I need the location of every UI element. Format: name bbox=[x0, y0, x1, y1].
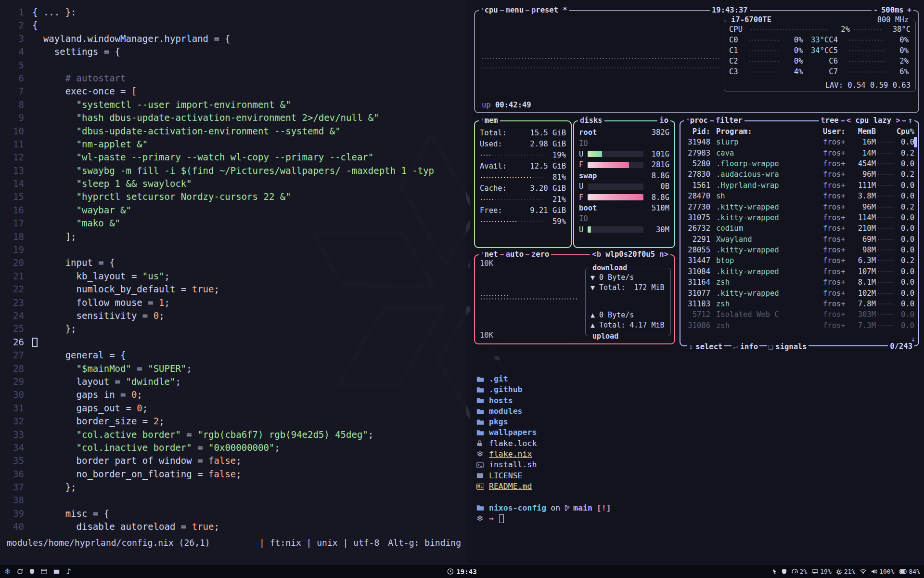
signals-button[interactable]: □signals bbox=[767, 342, 808, 351]
scrollbar[interactable] bbox=[914, 137, 917, 147]
interval-minus-button[interactable]: - bbox=[873, 6, 878, 15]
mem-meter bbox=[480, 198, 544, 201]
line-number: 2 bbox=[0, 19, 24, 32]
process-row[interactable]: 28055.kitty-wrappedfros+98M0.0 bbox=[685, 245, 914, 255]
cpu-core-row: C20% bbox=[729, 56, 829, 66]
process-row[interactable]: 5712Isolated Web Cfros+303M0.0 bbox=[685, 309, 914, 320]
preset-button[interactable]: preset * bbox=[529, 6, 569, 15]
prompt-directory: nixos-config bbox=[489, 503, 546, 513]
taskbar-clock[interactable]: 19:43 bbox=[447, 568, 476, 576]
proc-column-headers[interactable]: Pid: Program: User: MemB Cpu% bbox=[685, 126, 914, 137]
btop-net-box: ³net auto zero <b wlp0s20f0u5 n> 10K 10K… bbox=[474, 254, 675, 344]
card-icon[interactable] bbox=[53, 569, 60, 574]
file-name: wallpapers bbox=[489, 427, 537, 438]
terminal-cursor bbox=[499, 514, 504, 523]
volume-indicator[interactable]: 100% bbox=[871, 568, 894, 575]
cpu-box-title[interactable]: ¹cpu bbox=[479, 6, 500, 15]
process-row[interactable]: 31084.kitty-wrappedfros+107M0.0 bbox=[685, 266, 914, 277]
disk-usage-bar bbox=[588, 151, 643, 157]
core-meter bbox=[748, 71, 781, 73]
code-text: settings = { bbox=[32, 45, 120, 58]
code-text: gaps_out = 0; bbox=[32, 402, 148, 415]
nixos-icon[interactable]: ❄ bbox=[4, 567, 11, 576]
mem-stat-row: Total:15.5 GiB bbox=[480, 127, 566, 138]
selection-counter: 0/243 bbox=[888, 342, 914, 351]
menu-button[interactable]: menu bbox=[504, 6, 526, 15]
gauge-indicator[interactable]: 2% bbox=[792, 568, 808, 575]
line-number: 10 bbox=[0, 125, 24, 138]
disk-name-row: swap8.8G bbox=[579, 171, 669, 181]
line-number: 14 bbox=[0, 177, 24, 190]
process-row[interactable]: 31447btopfros+6.3M0.2 bbox=[685, 255, 914, 266]
battery-indicator[interactable]: 84% bbox=[899, 568, 920, 575]
line-number: 7 bbox=[0, 85, 24, 98]
shield-icon bbox=[782, 568, 787, 575]
file-name: .github bbox=[489, 384, 523, 395]
process-row[interactable]: 2291Xwaylandfros+69M0.0 bbox=[685, 234, 914, 245]
nix-icon: ❄ bbox=[476, 513, 489, 524]
process-row[interactable]: 27830.audacious-wrafros+96M0.2 bbox=[685, 169, 914, 180]
disk-usage-bar bbox=[588, 162, 643, 168]
editor-window[interactable]: 1{ ... }:2{3 wayland.windowManager.hyprl… bbox=[0, 0, 466, 565]
code-text: "$mainMod" = "SUPER"; bbox=[32, 362, 192, 375]
music-icon[interactable]: ♪ bbox=[66, 567, 71, 576]
refresh-icon[interactable] bbox=[17, 568, 23, 575]
line-number: 4 bbox=[0, 45, 24, 58]
process-row[interactable]: 31077.kitty-wrappedfros+102M0.0 bbox=[685, 288, 914, 298]
memory-indicator[interactable]: 19% bbox=[812, 568, 831, 575]
info-button[interactable]: ↵info bbox=[732, 342, 759, 351]
process-row[interactable]: 28470shfros+3.8M0.0 bbox=[685, 191, 914, 201]
interval-plus-button[interactable]: + bbox=[907, 6, 911, 15]
list-item: wallpapers bbox=[476, 427, 924, 438]
process-row[interactable]: 1561.Hyprland-wrapfros+111M0.0 bbox=[685, 180, 914, 191]
cursor-icon bbox=[772, 568, 777, 575]
window-icon[interactable] bbox=[41, 569, 47, 574]
shell-prompt-input[interactable]: ❄ → bbox=[476, 513, 924, 524]
line-number: 13 bbox=[0, 164, 24, 177]
cpu-core-row: C00%33°C bbox=[729, 35, 829, 45]
line-number: 22 bbox=[0, 283, 24, 296]
process-row[interactable]: 31086zshfros+7.3M0.0 bbox=[685, 320, 914, 331]
zero-button[interactable]: zero bbox=[529, 250, 551, 259]
line-number: 11 bbox=[0, 138, 24, 151]
cpu-frequency: 800 MHz bbox=[875, 15, 911, 25]
process-row[interactable]: 26732codiumfros+210M0.0 bbox=[685, 223, 914, 234]
process-row[interactable]: 31948slurpfros+16M0.0 bbox=[685, 137, 914, 147]
cursor-indicator[interactable] bbox=[772, 568, 777, 575]
process-row[interactable]: 31164zshfros+8.1M0.0 bbox=[685, 277, 914, 288]
wifi-indicator[interactable] bbox=[860, 569, 866, 574]
list-item: pkgs bbox=[476, 417, 924, 427]
process-row[interactable]: 27903cavafros+14M0.2 bbox=[685, 147, 914, 158]
network-interface-selector[interactable]: <b wlp0s20f0u5 n> bbox=[590, 250, 670, 259]
process-row[interactable]: 27730.kitty-wrappedfros+96M0.2 bbox=[685, 201, 914, 212]
line-number: 17 bbox=[0, 217, 24, 230]
terminal-window[interactable]: .git.githubhostsmodulespkgswallpapersfla… bbox=[470, 360, 924, 565]
editor-line: 26 bbox=[0, 336, 466, 349]
code-text: wayland.windowManager.hyprland = { bbox=[32, 32, 231, 45]
process-row[interactable]: 5280.floorp-wrappefros+454M0.0 bbox=[685, 158, 914, 169]
process-row[interactable]: 31075.kitty-wrappedfros+114M0.0 bbox=[685, 212, 914, 223]
shield-icon[interactable] bbox=[29, 568, 35, 575]
iface-prev-button[interactable]: <b bbox=[592, 250, 601, 259]
shield-indicator[interactable] bbox=[782, 568, 787, 575]
cpu-meter bbox=[750, 28, 828, 31]
editor-line: 40 disable_autoreload = true; bbox=[0, 520, 466, 533]
chip-indicator[interactable]: 21% bbox=[836, 568, 855, 575]
net-graph bbox=[480, 298, 578, 300]
editor-code-area[interactable]: 1{ ... }:2{3 wayland.windowManager.hyprl… bbox=[0, 6, 466, 534]
select-button[interactable]: ↕select bbox=[687, 342, 724, 351]
net-box-title[interactable]: ³net bbox=[479, 250, 500, 259]
editor-line: 34 "col.inactive_border" = "0x00000000"; bbox=[0, 441, 466, 454]
code-text: general = { bbox=[32, 349, 126, 362]
iface-next-button[interactable]: n> bbox=[659, 250, 668, 259]
disk-name-row: root382G bbox=[579, 127, 669, 138]
auto-button[interactable]: auto bbox=[504, 250, 526, 259]
lock-icon bbox=[476, 440, 489, 447]
line-number: 34 bbox=[0, 441, 24, 454]
mem-meter-row: 19% bbox=[480, 149, 566, 160]
process-row[interactable]: 31103zshfros+7.8M0.0 bbox=[685, 299, 914, 309]
code-text: }; bbox=[32, 322, 77, 335]
btop-window[interactable]: ¹cpu menu preset * 19:43:37 - 500ms + i7… bbox=[470, 0, 924, 356]
file-name: flake.nix bbox=[489, 449, 532, 460]
editor-line: 37 }; bbox=[0, 481, 466, 494]
